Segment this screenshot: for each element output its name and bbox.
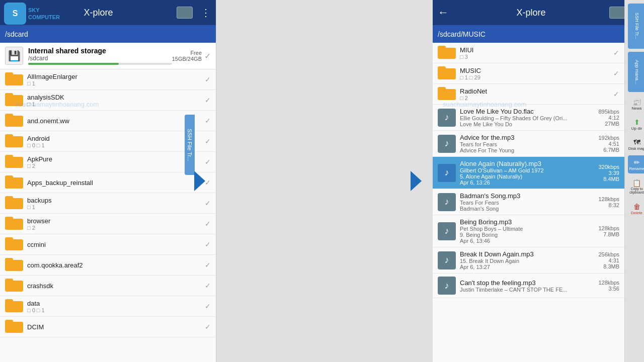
song-duration: 8:32 [589,202,619,208]
left-folder-item[interactable]: crashsdk ✓ [0,276,216,296]
left-folder-item[interactable]: browser □ 2 ✓ [0,214,216,234]
folder-name: browser [27,217,202,225]
song-date: Apr 6, 13:46 [460,238,589,244]
storage-bar [28,63,172,65]
storage-checkmark: ✓ [204,51,211,61]
left-folder-item[interactable]: AllImageEnlarger □ 1 ✓ [0,69,216,90]
folder-info: com.qookka.areaf2 [27,261,202,269]
folder-name: and.onemt.ww [27,117,202,125]
folder-checkmark: ✓ [205,302,211,310]
folder-name: MIUI [460,46,611,54]
left-panel: S SKY COMPUTER ← X-plore ⋮ /sdcard 💾 I [0,0,216,362]
song-item[interactable]: ♪ Badman's Song.mp3 Tears For Fears Badm… [433,189,624,215]
folder-info: crashsdk [27,282,202,290]
middle-file-list[interactable]: MIUI □ 3 ✓ MUSIC □ 1 □ 29 ✓ RadioNet □ 2… [433,43,624,362]
folder-icon [5,114,23,128]
middle-back-button[interactable]: ← [438,6,453,19]
left-folder-item[interactable]: ccmini ✓ [0,234,216,255]
song-meta-right: 320kbps 3:39 8.4MB [589,164,619,182]
song-bitrate: 320kbps [589,164,619,170]
left-folder-item[interactable]: analysisSDK □ 1 ✓ [0,90,216,111]
folder-info: analysisSDK □ 1 [27,94,202,107]
folder-checkmark: ✓ [205,96,211,104]
folder-meta: □ 3 [460,54,611,60]
middle-folder-item[interactable]: MUSIC □ 1 □ 29 ✓ [433,63,624,84]
song-item[interactable]: ♪ Advice for the.mp3 Tears for Fears Adv… [433,131,624,157]
folder-meta: □ 2 [460,95,611,101]
folder-icon [5,217,23,231]
song-meta-right: 192kbps 4:51 6.7MB [589,135,619,153]
song-size: 6.7MB [589,147,619,153]
song-meta-right: 128kbps 8:32 [589,196,619,208]
sky-logo-text: SKY COMPUTER [28,7,60,21]
left-folder-item[interactable]: ApkPure □ 2 ✓ [0,152,216,172]
song-info: Love Me Like You Do.flac Ellie Goulding … [460,108,589,127]
song-item[interactable]: ♪ Break It Down Again.mp3 15. Break It D… [433,247,624,274]
folder-meta: □ 1 [27,204,202,210]
left-file-list[interactable]: AllImageEnlarger □ 1 ✓ analysisSDK □ 1 ✓… [0,69,216,362]
song-name: Alone Again (Naturally).mp3 [460,160,589,167]
song-duration: 4:12 [589,115,619,121]
music-thumb: ♪ [438,109,456,127]
left-folder-item[interactable]: Android □ 0 □ 1 ✓ [0,131,216,152]
storage-item[interactable]: 💾 Internal shared storage /sdcard Free 1… [0,43,216,69]
news-btn[interactable]: 📰 News [628,95,645,113]
folder-name: AllImageEnlarger [27,73,202,80]
song-name: Being Boring.mp3 [460,218,589,226]
song-name: Break It Down Again.mp3 [460,250,589,258]
app-tab-middle[interactable]: App mana... [628,52,645,92]
song-date: Apr 6, 13:27 [460,264,589,270]
left-folder-item[interactable]: com.qookka.areaf2 ✓ [0,255,216,276]
song-artist: Tears for Fears [460,141,589,147]
storage-path: /sdcard [28,55,172,62]
folder-checkmark: ✓ [205,282,211,290]
music-thumb: ♪ [438,222,456,240]
folder-checkmark: ✓ [613,49,619,57]
music-thumb: ♪ [438,251,456,269]
folder-meta: □ 1 [27,80,202,86]
folder-checkmark: ✓ [205,220,211,228]
folder-icon [5,299,23,313]
left-folder-item[interactable]: Apps_backup_reinstall ✓ [0,172,216,193]
folder-icon [5,258,23,272]
left-folder-item[interactable]: DCIM ✓ [0,317,216,337]
music-thumb: ♪ [438,193,456,211]
middle-folder-item[interactable]: MIUI □ 3 ✓ [433,43,624,63]
folder-meta: □ 0 □ 1 [27,142,202,148]
folder-name: DCIM [27,323,202,331]
delete-btn[interactable]: 🗑 Delete [628,200,645,218]
music-thumb: ♪ [438,164,456,182]
left-folder-item[interactable]: backups □ 1 ✓ [0,193,216,214]
copy-clipboard-btn[interactable]: 📋 Copy to clipboard [628,175,645,198]
folder-info: ccmini [27,241,202,248]
song-item[interactable]: ♪ Can't stop the feeling.mp3 Justin Timb… [433,274,624,298]
folder-name: crashsdk [27,282,202,290]
device-icon-left [177,7,193,19]
storage-icon: 💾 [5,47,23,65]
song-album: Advice For The Young [460,147,589,153]
folder-icon [5,134,23,148]
song-date: Apr 6, 13:26 [460,179,589,186]
left-folder-item[interactable]: data □ 0 □ 1 ✓ [0,296,216,317]
folder-checkmark: ✓ [205,323,211,331]
song-item[interactable]: ♪ Love Me Like You Do.flac Ellie Gouldin… [433,105,624,131]
left-menu-button[interactable]: ⋮ [196,7,211,19]
song-meta-right: 128kbps 7.8MB [589,225,619,237]
song-item[interactable]: ♪ Being Boring.mp3 Pet Shop Boys – Ultim… [433,215,624,247]
folder-checkmark: ✓ [205,117,211,125]
song-item[interactable]: ♪ Alone Again (Naturally).mp3 Gilbert O'… [433,157,624,189]
song-artist: Gilbert O'Sullivan – AM Gold 1972 [460,167,589,173]
ssh-tab-left[interactable]: SSH File Tr... [185,115,195,175]
folder-checkmark: ✓ [205,137,211,145]
song-size: 27MB [589,121,619,127]
folder-meta: □ 1 [27,101,202,107]
folder-checkmark: ✓ [205,261,211,269]
music-thumb: ♪ [438,135,456,153]
disk-map-btn[interactable]: 🗺 Disk map [628,135,645,153]
song-duration: 3:56 [589,286,619,292]
ssh-tab-middle[interactable]: SSH File Tr... [628,4,645,49]
updir-btn[interactable]: ⬆ Up dir [628,115,645,133]
rename-btn[interactable]: ✏ Rename [628,155,645,173]
left-folder-item[interactable]: and.onemt.ww ✓ [0,111,216,131]
middle-folder-item[interactable]: RadioNet □ 2 ✓ [433,84,624,105]
